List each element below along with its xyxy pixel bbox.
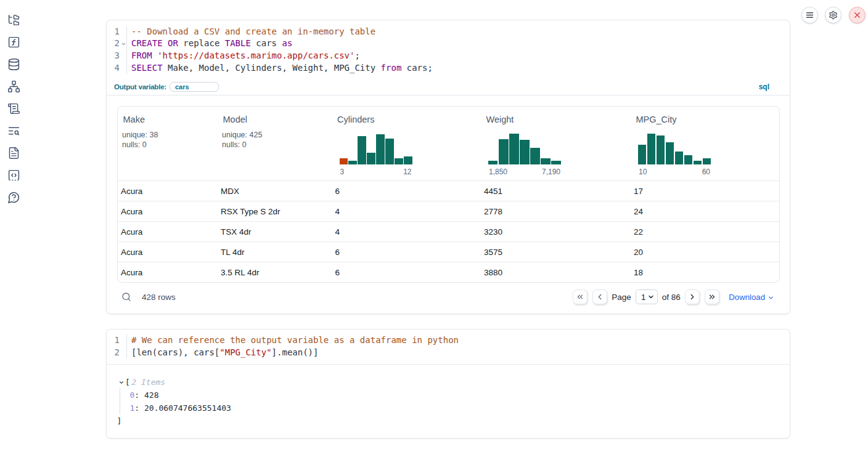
table-cell: 4 (332, 227, 481, 237)
histogram-bar[interactable] (530, 148, 539, 164)
table-row[interactable]: AcuraRSX Type S 2dr4277824 (118, 201, 779, 221)
settings-button[interactable] (825, 7, 841, 23)
sidebar-item-documentation[interactable] (7, 146, 20, 160)
table-cell: Acura (118, 268, 218, 277)
table-cell: TSX 4dr (218, 227, 332, 237)
chevron-down-icon[interactable] (118, 379, 125, 386)
sidebar-item-dependencies[interactable] (7, 79, 20, 93)
tree-entry: 0: 428 (130, 389, 790, 402)
next-page-button[interactable] (685, 289, 700, 305)
histogram-bar[interactable] (385, 139, 393, 164)
sidebar-item-variables[interactable] (7, 35, 20, 49)
code-line: 1-- Download a CSV and create an in-memo… (107, 26, 790, 38)
histogram-bar[interactable] (499, 139, 508, 164)
column-label[interactable]: Cylinders (337, 115, 374, 124)
column-histogram[interactable]: 312 (340, 134, 412, 176)
code-text: SELECT Make, Model, Cylinders, Weight, M… (126, 62, 790, 75)
table-row[interactable]: AcuraMDX6445117 (118, 180, 779, 201)
notebook: 1-- Download a CSV and create an in-memo… (106, 20, 790, 439)
message-circle-question-icon (7, 191, 20, 204)
histogram-bar[interactable] (358, 136, 366, 164)
fold-gutter[interactable] (120, 38, 126, 50)
sidebar-item-logs[interactable] (7, 124, 20, 137)
sidebar-item-chat[interactable] (7, 190, 20, 204)
python-code-editor[interactable]: 1# We can reference the output variable … (107, 330, 790, 365)
histogram-bars (638, 134, 711, 164)
column-label[interactable]: Weight (486, 115, 514, 124)
histogram-bar[interactable] (684, 155, 692, 164)
shutdown-button[interactable] (849, 7, 866, 23)
column-histogram[interactable]: 1060 (638, 134, 711, 176)
column-header-Make[interactable]: Makeunique: 38nulls: 0 (118, 107, 218, 180)
first-page-button[interactable] (573, 289, 588, 305)
histogram-bar[interactable] (404, 156, 412, 164)
last-page-button[interactable] (705, 289, 720, 305)
table-row[interactable]: AcuraTSX 4dr4323022 (118, 221, 779, 241)
column-header-Model[interactable]: Modelunique: 425nulls: 0 (218, 107, 332, 180)
code-text: # We can reference the output variable a… (126, 334, 790, 347)
table-row[interactable]: AcuraTL 4dr6357520 (118, 241, 779, 262)
page-of-label: of 86 (662, 293, 681, 302)
sql-code-editor[interactable]: 1-- Download a CSV and create an in-memo… (107, 20, 790, 79)
column-label[interactable]: MPG_City (636, 115, 677, 124)
histogram-bar[interactable] (647, 134, 655, 164)
histogram-bar[interactable] (666, 142, 674, 164)
histogram-bar[interactable] (675, 152, 683, 164)
histogram-bar[interactable] (348, 161, 356, 164)
chevrons-right-icon (708, 293, 716, 301)
histogram-bar[interactable] (488, 161, 497, 164)
sidebar-item-file-explorer[interactable] (7, 13, 20, 26)
prev-page-button[interactable] (592, 289, 608, 305)
code-line: 3FROM 'https://datasets.marimo.app/cars.… (107, 50, 790, 62)
sidebar-item-snippets[interactable] (7, 168, 20, 182)
line-number: 2 (107, 347, 120, 359)
output-variable-input[interactable]: cars (170, 82, 219, 92)
sidebar-item-outline[interactable] (7, 102, 20, 115)
column-label[interactable]: Make (123, 115, 145, 124)
histogram-bar[interactable] (367, 153, 375, 164)
table-cell: 6 (332, 248, 481, 257)
histogram-bar[interactable] (509, 134, 518, 164)
menu-icon (805, 10, 814, 20)
close-icon (853, 10, 862, 20)
histogram-bar[interactable] (520, 140, 529, 164)
histogram-min-label: 3 (340, 168, 345, 176)
histogram-labels: 1060 (638, 168, 711, 176)
histogram-bar[interactable] (340, 158, 348, 164)
code-text: CREATE OR replace TABLE cars as (126, 38, 790, 50)
histogram-bar[interactable] (657, 136, 665, 164)
histogram-bar[interactable] (541, 158, 550, 164)
column-header-Cylinders[interactable]: Cylinders312 (332, 107, 481, 180)
histogram-bar[interactable] (694, 161, 702, 164)
row-count-label: 428 rows (142, 293, 176, 302)
table-row[interactable]: Acura3.5 RL 4dr6388018 (118, 262, 779, 282)
table-cell: Acura (118, 227, 218, 237)
table-cell: 2778 (481, 207, 631, 216)
table-cell: TL 4dr (218, 248, 332, 257)
output-variable-label: Output variable: (114, 83, 166, 91)
column-header-Weight[interactable]: Weight1,8507,190 (481, 107, 631, 180)
histogram-bar[interactable] (551, 161, 560, 164)
tree-open-bracket: [ (125, 376, 130, 389)
histogram-bar[interactable] (395, 158, 403, 164)
sidebar-item-data-sources[interactable] (7, 57, 20, 71)
download-button[interactable]: Download (729, 293, 774, 302)
page-select[interactable]: 1 (636, 289, 658, 305)
window-controls (801, 7, 866, 23)
histogram-labels: 1,8507,190 (488, 168, 561, 176)
histogram-bar[interactable] (703, 158, 711, 164)
table-header-row: Makeunique: 38nulls: 0Modelunique: 425nu… (118, 107, 779, 180)
table-cell: 4 (332, 207, 481, 216)
scroll-text-icon (7, 102, 20, 115)
table-cell: RSX Type S 2dr (218, 207, 332, 216)
histogram-bar[interactable] (376, 134, 384, 164)
column-label[interactable]: Model (223, 115, 248, 124)
search-button[interactable] (121, 292, 131, 302)
line-number: 3 (107, 50, 120, 62)
table-cell: MDX (218, 187, 332, 196)
column-histogram[interactable]: 1,8507,190 (488, 134, 561, 176)
table-cell: 6 (332, 268, 481, 277)
notebook-menu-button[interactable] (801, 7, 818, 23)
column-header-MPG_City[interactable]: MPG_City1060 (631, 107, 780, 180)
histogram-bar[interactable] (638, 145, 646, 164)
